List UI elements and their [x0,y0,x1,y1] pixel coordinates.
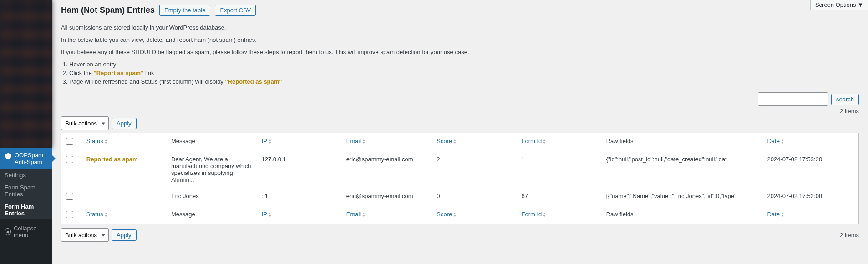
cell-message: Dear Agent, We are a manufacturing compa… [167,151,257,188]
select-all-top[interactable] [66,138,73,145]
intro-p1: All submissions are stored locally in yo… [61,24,859,31]
apply-button-top[interactable]: Apply [112,118,137,129]
apply-button-bottom[interactable]: Apply [112,229,137,241]
cell-email: eric@spammy-email.com [342,151,432,188]
sort-icon [543,213,546,217]
submenu-spam-entries[interactable]: Form Spam Entries [0,181,52,200]
search-input[interactable] [758,92,828,106]
collapse-icon: ◀ [5,228,11,235]
cell-score: 0 [432,188,517,206]
bulk-actions-top: Bulk actions Apply [61,116,859,130]
cell-email: eric@spammy-email.com [342,188,432,206]
intro-step-1: Hover on an entry [69,61,859,68]
col-formid-header[interactable]: Form Id [521,138,542,144]
cell-formid: 67 [517,188,601,206]
col-raw-header: Raw fields [602,133,763,151]
cell-raw: {"id":null,"post_id":null,"date_created"… [602,151,763,188]
cell-raw: [{"name":"Name","value":"Eric Jones","id… [602,188,763,206]
sort-icon [543,139,546,144]
sort-icon [781,139,784,144]
sort-icon [781,213,784,217]
search-button[interactable]: search [831,94,859,105]
col-ip-footer[interactable]: IP [262,211,267,218]
sidebar-blurred-menu [0,0,52,148]
intro-step-2: Click the "Report as spam" link [69,70,859,76]
intro-step-3: Page will be refreshed and Status (first… [69,78,859,85]
col-date-footer[interactable]: Date [767,211,779,218]
cell-date: 2024-07-02 17:52:08 [762,188,858,206]
bulk-actions-bottom: Bulk actions Apply [61,228,137,242]
cell-ip: ::1 [257,188,342,206]
cell-score: 2 [432,151,517,188]
cell-ip: 127.0.0.1 [257,151,342,188]
collapse-menu-button[interactable]: ◀ Collapse menu [0,221,52,242]
sidebar-item-label: OOPSpam Anti-Spam [15,152,48,165]
intro-p2: In the below table you can view, delete,… [61,36,859,43]
reported-as-spam-highlight: "Reported as spam" [225,78,282,85]
row-checkbox[interactable] [66,156,73,163]
select-all-bottom[interactable] [66,211,73,218]
sort-icon [105,139,107,144]
admin-sidebar: OOPSpam Anti-Spam Settings Form Spam Ent… [0,0,52,264]
sort-icon [269,213,271,217]
sort-icon [453,139,456,144]
table-row[interactable]: Eric Jones ::1 eric@spammy-email.com 0 6… [61,188,859,206]
items-count-bottom: 2 items [840,232,859,239]
col-message-header: Message [167,133,257,151]
report-as-spam-highlight: "Report as spam" [93,70,143,76]
sort-icon [362,139,365,144]
sort-icon [362,213,365,217]
sort-icon [453,213,456,217]
items-count-top: 2 items [61,108,859,115]
sidebar-item-oopspam[interactable]: OOPSpam Anti-Spam [0,148,52,169]
cell-formid: 1 [517,151,601,188]
cell-date: 2024-07-02 17:53:20 [762,151,858,188]
search-bar-row: search [61,92,859,106]
col-message-footer: Message [167,206,257,224]
col-email-header[interactable]: Email [346,138,361,144]
col-email-footer[interactable]: Email [346,211,361,218]
shield-icon [5,153,12,160]
col-formid-footer[interactable]: Form Id [521,211,542,218]
col-score-footer[interactable]: Score [437,211,452,218]
entries-table: Status Message IP Email Score Form Id Ra… [61,133,859,224]
screen-options-button[interactable]: Screen Options ▼ [810,0,868,10]
page-header: Ham (Not Spam) Entries Empty the table E… [61,0,859,16]
tablenav-bottom: Bulk actions Apply 2 items [61,228,859,242]
col-status-footer[interactable]: Status [86,211,103,218]
empty-table-button[interactable]: Empty the table [159,5,210,16]
submenu-settings[interactable]: Settings [0,169,52,181]
intro-p3: If you believe any of these SHOULD be fl… [61,49,859,55]
table-row[interactable]: Reported as spam Dear Agent, We are a ma… [61,151,859,188]
col-score-header[interactable]: Score [437,138,452,144]
col-date-header[interactable]: Date [767,138,779,144]
bulk-actions-select-top[interactable]: Bulk actions [61,116,109,130]
cell-message: Eric Jones [167,188,257,206]
collapse-label: Collapse menu [14,225,47,239]
row-checkbox[interactable] [66,193,73,200]
intro-steps: Hover on an entry Click the "Report as s… [69,61,859,85]
status-badge: Reported as spam [86,156,138,163]
export-csv-button[interactable]: Export CSV [215,5,256,16]
col-raw-footer: Raw fields [602,206,763,224]
page-title: Ham (Not Spam) Entries [61,5,155,15]
submenu-ham-entries[interactable]: Form Ham Entries [0,200,52,219]
sort-icon [105,213,107,217]
sort-icon [269,139,271,144]
intro-text: All submissions are stored locally in yo… [61,24,859,85]
col-ip-header[interactable]: IP [262,138,267,144]
bulk-actions-select-bottom[interactable]: Bulk actions [61,228,109,242]
col-status-header[interactable]: Status [86,138,103,144]
main-content: Screen Options ▼ Ham (Not Spam) Entries … [52,0,868,264]
sidebar-submenu: Settings Form Spam Entries Form Ham Entr… [0,169,52,219]
